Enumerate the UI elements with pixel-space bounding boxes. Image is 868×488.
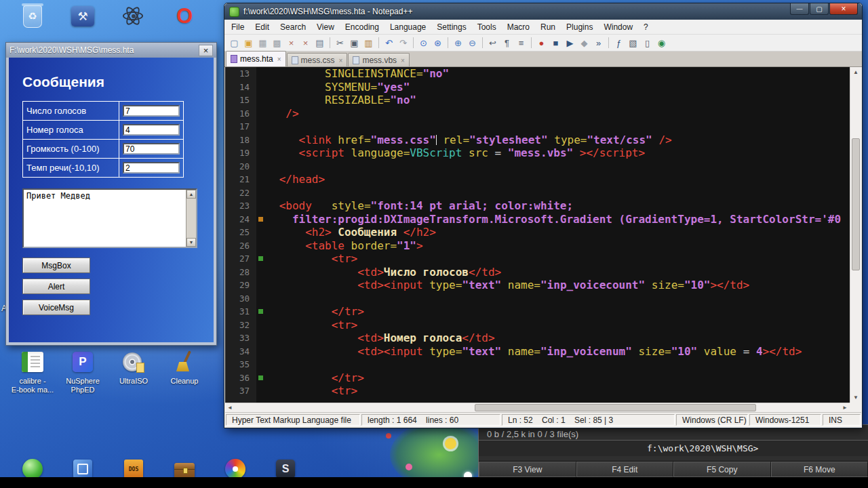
- menu-tools[interactable]: Tools: [472, 21, 502, 33]
- commander-command-line[interactable]: f:\work\2020\WSH\MSG>: [479, 441, 868, 456]
- code-text[interactable]: <script language=VBScript src = "mess.vb…: [266, 146, 645, 160]
- scroll-up-icon[interactable]: [850, 67, 861, 77]
- menu-encoding[interactable]: Encoding: [340, 21, 384, 33]
- play-macro-icon[interactable]: ▶: [564, 37, 576, 49]
- menu-help[interactable]: ?: [638, 21, 654, 33]
- code-text[interactable]: [266, 160, 273, 174]
- open-folder-icon[interactable]: ▣: [242, 37, 255, 49]
- code-text[interactable]: <body style="font:14 pt arial; color:whi…: [266, 199, 573, 213]
- field-input-1[interactable]: [123, 124, 180, 136]
- field-input-0[interactable]: [123, 105, 180, 117]
- code-text[interactable]: <td>Номер голоса</td>: [266, 331, 495, 345]
- save-macro-icon[interactable]: ◆: [578, 37, 591, 49]
- field-input-3[interactable]: [123, 162, 180, 174]
- tab-mess-vbs[interactable]: mess.vbs: [348, 53, 410, 66]
- scroll-up-icon[interactable]: [186, 190, 196, 199]
- desktop-icon-recycle-bin[interactable]: [9, 3, 56, 30]
- desktop-icon-calibre[interactable]: calibre -E-book ma...: [9, 348, 56, 394]
- word-wrap-icon[interactable]: ↩: [486, 37, 499, 49]
- code-text[interactable]: </head>: [266, 173, 325, 186]
- close-button[interactable]: [829, 3, 858, 15]
- code-text[interactable]: <h2> Сообщения </h2>: [266, 226, 436, 239]
- desktop-icon-admin-tools[interactable]: [60, 3, 106, 30]
- code-text[interactable]: [266, 120, 273, 134]
- undo-icon[interactable]: ↶: [382, 37, 395, 49]
- maximize-button[interactable]: [810, 3, 829, 15]
- code-text[interactable]: <td><input type="text" name="inp_voiceco…: [266, 279, 749, 292]
- doc-map-icon[interactable]: ▧: [627, 37, 639, 49]
- status-encoding[interactable]: Windows-1251: [749, 414, 821, 426]
- code-text[interactable]: <td><input type="text" name="inp_voicenu…: [266, 345, 802, 359]
- doc-switcher-icon[interactable]: ▯: [641, 37, 654, 49]
- desktop-icon-atom[interactable]: [111, 3, 157, 30]
- code-text[interactable]: <tr>: [266, 384, 357, 398]
- stop-macro-icon[interactable]: ■: [549, 37, 562, 49]
- status-insert-mode[interactable]: INS: [823, 414, 861, 426]
- menu-edit[interactable]: Edit: [250, 21, 275, 33]
- horizontal-scrollbar[interactable]: [225, 403, 850, 412]
- menu-file[interactable]: File: [226, 21, 250, 33]
- find-icon[interactable]: ⊙: [417, 37, 430, 49]
- code-text[interactable]: filter:progid:DXImageTransform.Microsoft…: [266, 213, 841, 226]
- desktop-icon-cleanup[interactable]: Cleanup: [161, 348, 208, 386]
- redo-icon[interactable]: ↷: [397, 37, 410, 49]
- record-macro-icon[interactable]: ●: [535, 37, 548, 49]
- indent-guide-icon[interactable]: ≡: [515, 37, 528, 49]
- field-input-2[interactable]: [123, 143, 180, 155]
- menu-plugins[interactable]: Plugins: [561, 21, 598, 33]
- code-text[interactable]: [266, 358, 273, 371]
- editor[interactable]: 13 SINGLEINSTANCE="no"14 SYSMENU="yes"15…: [225, 67, 850, 403]
- code-text[interactable]: <tr>: [266, 319, 357, 332]
- run-multi-macro-icon[interactable]: »: [592, 37, 605, 49]
- code-text[interactable]: [266, 186, 273, 200]
- code-text[interactable]: [266, 292, 273, 306]
- message-textarea[interactable]: Привет Медвед: [22, 188, 197, 248]
- scroll-down-icon[interactable]: [850, 77, 861, 87]
- menu-settings[interactable]: Settings: [431, 21, 471, 33]
- new-file-icon[interactable]: ▢: [228, 37, 241, 49]
- save-all-icon[interactable]: ▩: [271, 37, 283, 49]
- zoom-out-icon[interactable]: ⊖: [466, 37, 479, 49]
- horizontal-scroll-thumb[interactable]: [475, 404, 755, 411]
- menu-run[interactable]: Run: [535, 21, 561, 33]
- code-text[interactable]: />: [266, 107, 299, 121]
- code-text[interactable]: </tr>: [266, 305, 364, 319]
- paste-icon[interactable]: ▥: [362, 37, 375, 49]
- fkey-f5[interactable]: F5 Copy: [673, 462, 771, 477]
- scroll-right-icon[interactable]: [840, 403, 850, 412]
- code-text[interactable]: RESIZABLE="no": [266, 94, 416, 107]
- scroll-down-icon[interactable]: [186, 238, 196, 247]
- menu-window[interactable]: Window: [598, 21, 638, 33]
- copy-icon[interactable]: ▣: [348, 37, 361, 49]
- code-text[interactable]: </tr>: [266, 371, 364, 385]
- status-eol-format[interactable]: Windows (CR LF): [676, 414, 748, 426]
- code-text[interactable]: <td>Число голосов</td>: [266, 266, 501, 279]
- print-icon[interactable]: ▤: [313, 37, 326, 49]
- desktop-icon-opera[interactable]: [161, 3, 208, 30]
- fkey-f4[interactable]: F4 Edit: [576, 462, 674, 477]
- close-all-icon[interactable]: ×: [299, 37, 312, 49]
- desktop-icon-ultraiso[interactable]: UltraISO: [111, 348, 157, 386]
- hta-titlebar[interactable]: F:\work\2020\WSH\MSG\mess.hta: [6, 43, 216, 58]
- scroll-left-icon[interactable]: [225, 403, 235, 412]
- close-doc-icon[interactable]: ×: [285, 37, 298, 49]
- function-list-icon[interactable]: ƒ: [612, 37, 625, 49]
- menu-search[interactable]: Search: [275, 21, 311, 33]
- hta-button-msgbox[interactable]: MsgBox: [22, 258, 90, 273]
- tab-close-icon[interactable]: [339, 56, 343, 65]
- save-icon[interactable]: ▦: [256, 37, 269, 49]
- npp-titlebar[interactable]: f:\work\2020\WSH\MSG\mess.hta - Notepad+…: [224, 3, 862, 20]
- fkey-f6[interactable]: F6 Move: [771, 462, 868, 477]
- hta-close-button[interactable]: [199, 45, 213, 56]
- code-text[interactable]: SINGLEINSTANCE="no": [266, 67, 449, 81]
- code-text[interactable]: <link href="mess.css" rel="stylesheet" t…: [266, 134, 672, 147]
- tab-close-icon[interactable]: [401, 56, 405, 65]
- cut-icon[interactable]: ✂: [334, 37, 347, 49]
- fkey-f3[interactable]: F3 View: [479, 462, 576, 477]
- hta-button-voicemsg[interactable]: VoiceMsg: [22, 300, 90, 315]
- desktop-icon-phped[interactable]: NuSpherePhpED: [60, 348, 106, 394]
- tab-mess-css[interactable]: mess.css: [287, 53, 348, 66]
- tab-mess-hta[interactable]: mess.hta: [226, 51, 286, 66]
- replace-icon[interactable]: ⊛: [431, 37, 444, 49]
- code-text[interactable]: <tr>: [266, 252, 357, 266]
